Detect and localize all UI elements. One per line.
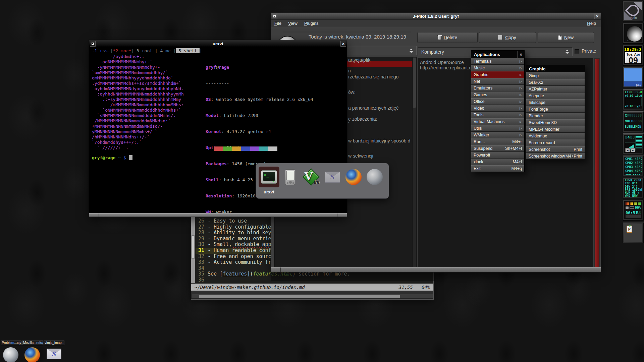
menu-item-screenshot-window[interactable]: Screenshot windowM4+Print — [526, 153, 585, 160]
menu-item-emulators[interactable]: Emulators — [471, 85, 524, 92]
switcher-item-firefox[interactable] — [343, 167, 364, 187]
spinner-arrows-icon[interactable] — [566, 50, 569, 54]
menu-item-avidemux[interactable]: Avidemux — [526, 133, 585, 139]
menu-item-blender[interactable]: Blender — [526, 113, 585, 119]
menu-item-azpainter[interactable]: AZPainter — [526, 86, 585, 93]
firefox-icon[interactable] — [24, 347, 40, 362]
menu-item-office[interactable]: Office — [471, 98, 524, 105]
vim-hscroll-thumb[interactable] — [199, 295, 400, 298]
menu-view[interactable]: View — [285, 20, 301, 27]
vim-vscroll-thumb[interactable] — [192, 235, 195, 259]
dock-temperature-monitor[interactable]: CPU1 43°C CPU2 43°C CPU3 43°C CPU4 40°C … — [623, 156, 644, 176]
globe-browser-icon[interactable] — [3, 347, 18, 362]
jpilot-titlebar[interactable]: J-Pilot 1.8.2 User: gryf × — [271, 13, 601, 20]
close-icon[interactable]: × — [340, 41, 346, 47]
graphic-submenu-title[interactable]: Graphic — [526, 65, 585, 72]
menu-item-video[interactable]: Video — [471, 105, 524, 112]
tmux-window-5-active[interactable]: 5-shell — [176, 48, 200, 53]
miniwindow-problem[interactable]: Problem...ctyl — [1, 341, 21, 345]
memo-row-fragment[interactable]: w sekwencji — [348, 153, 373, 159]
applications-menu-title[interactable]: Applications× — [471, 51, 524, 58]
menu-item-exit[interactable]: ExitM4+q — [471, 165, 524, 172]
close-icon[interactable]: × — [594, 13, 600, 19]
menu-item-grafx2[interactable]: GraFX2 — [526, 79, 585, 86]
vim-horizontal-scrollbar[interactable] — [191, 294, 433, 299]
urxvt-titlebar[interactable]: urxvt × — [89, 40, 347, 47]
menu-item-poweroff[interactable]: Poweroff — [471, 152, 524, 159]
switcher-item-jpilot[interactable] — [280, 167, 301, 187]
miniaturize-button-icon[interactable] — [90, 41, 96, 47]
tmux-window-3[interactable]: 3-root — [134, 48, 155, 53]
mixer-next-button[interactable]: ▶ — [631, 148, 635, 152]
menu-item-terminals[interactable]: Terminals — [471, 58, 524, 65]
menu-file[interactable]: File — [271, 20, 285, 27]
memo-row-fragment[interactable]: e zobaczenia: — [348, 116, 377, 122]
menu-item-games[interactable]: Games — [471, 92, 524, 98]
menu-item-suspend[interactable]: SusupendSh+M4+l — [471, 145, 524, 152]
dock-weather-monitor[interactable]: EPWR 2300 TMP 8°C DEW 2°C PRS 1009hPa HU… — [623, 178, 644, 198]
menu-item-utils[interactable]: Utils — [471, 125, 524, 132]
jpilot-resizebar[interactable] — [271, 267, 601, 272]
dock-calclock[interactable]: 18:29:20 Tue, Apr 09 — [623, 45, 644, 66]
memo-list-scroll-thumb[interactable] — [413, 58, 416, 108]
delete-button[interactable]: Delete — [417, 32, 478, 43]
clipboard-icon[interactable]: P — [627, 226, 632, 233]
memo-row-fragment[interactable]: w bardziej intuicyjny sposób d — [348, 138, 410, 143]
spinner-arrows-icon[interactable] — [410, 49, 413, 53]
shell-prompt[interactable]: gryf@rage ~ $ — [92, 155, 132, 161]
switcher-item-mail[interactable]: S — [322, 167, 343, 187]
memo-row-fragment[interactable]: ów: — [348, 89, 356, 95]
switcher-item-vim[interactable]: Vim — [301, 167, 322, 187]
miniaturize-button-icon[interactable] — [272, 13, 277, 19]
tmux-window-4[interactable]: 4-mc — [158, 48, 173, 53]
menu-item-run[interactable]: Run...M4+r — [471, 138, 524, 145]
mixer-prev-button[interactable]: ◀ — [625, 148, 630, 152]
memo-text-scroll-thumb[interactable] — [595, 59, 599, 267]
memo-row-fragment[interactable]: ' — [348, 121, 349, 126]
menu-item-screenshot[interactable]: ScreenshotPrint — [526, 146, 585, 153]
dock-lcd-monitor[interactable]: X8888888 MOCP88888 BUBBLEMON — [623, 111, 644, 132]
menu-item-virtual-machines[interactable]: Virtual Machines — [471, 118, 524, 125]
menu-close-icon[interactable]: × — [517, 51, 524, 58]
private-checkbox[interactable] — [575, 49, 579, 54]
miniwindow-mail[interactable]: vimja_imap... S — [44, 341, 64, 345]
dock-clip[interactable]: main — [623, 1, 644, 21]
menu-item-mpeg4-modifier[interactable]: MPEG4 Modifier — [526, 126, 585, 133]
memo-list-scrollbar[interactable] — [412, 57, 416, 267]
memo-text-scrollbar[interactable] — [594, 58, 600, 267]
menu-help[interactable]: Help — [582, 20, 601, 27]
switcher-item-urxvt[interactable] — [259, 167, 279, 187]
menu-item-tools[interactable]: Tools — [471, 112, 524, 118]
menu-item-gimp[interactable]: Gimp — [526, 72, 585, 79]
switcher-item-browser[interactable] — [364, 167, 385, 187]
mail-icon[interactable]: S — [47, 349, 61, 359]
dock-sphere-app[interactable]: ... — [623, 23, 644, 44]
memo-row-fragment[interactable]: rzełączania się na niego — [348, 74, 398, 79]
features-link[interactable]: features — [223, 271, 247, 277]
miniwindow-firefox[interactable]: Mozilla...refox — [22, 341, 43, 345]
menu-item-aseprite[interactable]: Aseprite — [526, 93, 585, 99]
tmux-window-2[interactable]: *2-moc* — [113, 48, 131, 53]
menu-item-xlock[interactable]: xlockM4+l — [471, 159, 524, 165]
new-button[interactable]: New — [538, 32, 594, 43]
memo-row-fragment[interactable]: a panoramicznych zdjęć — [348, 105, 398, 111]
menu-plugins[interactable]: Plugins — [301, 20, 322, 27]
copy-button[interactable]: Copy — [479, 32, 536, 43]
dock-clipboard-app[interactable]: P — [623, 223, 644, 243]
tmux-window-1[interactable]: .1-rss. — [92, 48, 110, 53]
menu-item-graphic[interactable]: Graphic — [471, 71, 524, 78]
urxvt-resizebar[interactable] — [89, 213, 347, 217]
memo-row-fragment[interactable]: n — [348, 68, 351, 73]
menu-item-music[interactable]: Music — [471, 65, 524, 71]
dock-load-gauge[interactable]: 04% — [623, 67, 644, 88]
menu-item-net[interactable]: Net — [471, 78, 524, 85]
dock-mixer[interactable]: 8488 ◀ ▶ — [623, 133, 644, 154]
dock-battery-monitor[interactable]: 90% 06:51 B8 — [623, 200, 644, 221]
dock-network-monitor[interactable]: ETH088▼▲8 ▼0.00 ▲0.00 ▼0.00 ▲0.00 — [623, 89, 644, 110]
menu-item-wmaker[interactable]: WMaker — [471, 132, 524, 138]
vim-vertical-scrollbar[interactable] — [191, 217, 195, 283]
memo-row-fragment[interactable]: artycja/plik — [348, 57, 370, 63]
menu-item-screen-record[interactable]: Screen record — [526, 139, 585, 146]
menu-item-inkscape[interactable]: Inkscape — [526, 99, 585, 106]
menu-item-fontforge[interactable]: FontForge — [526, 106, 585, 113]
